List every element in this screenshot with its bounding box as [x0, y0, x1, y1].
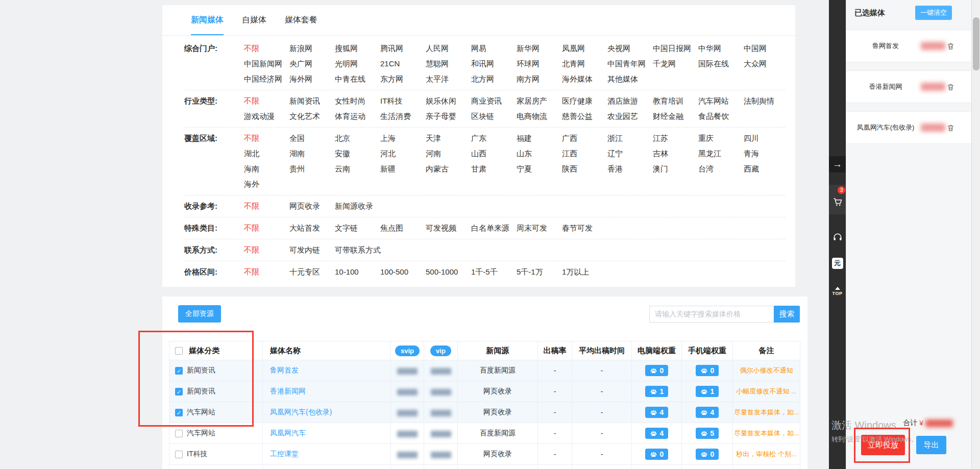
filter-option[interactable]: 不限: [244, 199, 289, 214]
row-checkbox[interactable]: [175, 409, 183, 416]
row-checkbox[interactable]: [175, 367, 183, 375]
filter-option[interactable]: 千龙网: [653, 56, 698, 71]
filter-option[interactable]: 凤凰网: [562, 41, 607, 56]
filter-option[interactable]: 黑龙江: [698, 146, 744, 161]
filter-option[interactable]: 中华网: [698, 41, 744, 56]
filter-option[interactable]: 21CN: [380, 56, 426, 71]
filter-option[interactable]: 天津: [426, 131, 471, 146]
filter-option[interactable]: 医疗健康: [562, 93, 607, 109]
media-name-link[interactable]: 凤凰网汽车: [270, 429, 306, 437]
filter-option[interactable]: 甘肃: [471, 161, 517, 177]
row-checkbox[interactable]: [175, 430, 183, 437]
filter-option[interactable]: 广西: [562, 131, 607, 146]
filter-option[interactable]: 不限: [244, 41, 289, 56]
cart-button[interactable]: 3: [829, 185, 846, 214]
filter-option[interactable]: 山东: [517, 146, 562, 161]
filter-option[interactable]: 北京: [335, 131, 380, 146]
filter-option[interactable]: 白名单来源: [471, 220, 517, 236]
filter-option[interactable]: 生活消费: [380, 109, 426, 124]
select-all-checkbox[interactable]: [175, 347, 183, 355]
search-button[interactable]: 搜索: [774, 306, 800, 323]
filter-option[interactable]: 陕西: [562, 161, 607, 177]
export-button[interactable]: 导出: [916, 436, 946, 454]
filter-option[interactable]: 中国青年网: [607, 56, 653, 71]
filter-option[interactable]: 台湾: [698, 161, 744, 177]
back-to-top-button[interactable]: TOP: [829, 283, 846, 300]
filter-option[interactable]: 区块链: [471, 109, 517, 124]
filter-option[interactable]: 文字链: [335, 220, 380, 236]
filter-option[interactable]: 十元专区: [289, 264, 335, 280]
filter-option[interactable]: 中国网: [744, 41, 789, 56]
filter-option[interactable]: 江苏: [653, 131, 698, 146]
filter-option[interactable]: 可带联系方式: [335, 242, 380, 258]
filter-option[interactable]: 大站首发: [289, 220, 335, 236]
filter-option[interactable]: 中国日报网: [653, 41, 698, 56]
filter-option[interactable]: 环球网: [517, 56, 562, 71]
clear-all-button[interactable]: 一键清空: [915, 6, 952, 20]
filter-option[interactable]: 北青网: [562, 56, 607, 71]
filter-option[interactable]: 其他媒体: [607, 71, 653, 87]
filter-option[interactable]: 海外网: [289, 71, 335, 87]
filter-option[interactable]: 北方网: [471, 71, 517, 87]
filter-option[interactable]: 和讯网: [471, 56, 517, 71]
filter-option[interactable]: 不限: [244, 242, 289, 258]
delete-item-icon[interactable]: [946, 42, 955, 51]
media-name-link[interactable]: 香港新闻网: [270, 387, 306, 395]
filter-option[interactable]: 汽车网站: [698, 93, 744, 109]
filter-option[interactable]: 中青在线: [335, 71, 380, 87]
filter-option[interactable]: 财经金融: [653, 109, 698, 124]
row-checkbox[interactable]: [175, 451, 183, 458]
filter-option[interactable]: 新疆: [380, 161, 426, 177]
filter-option[interactable]: 西藏: [744, 161, 789, 177]
filter-option[interactable]: 教育培训: [653, 93, 698, 109]
filter-option[interactable]: 100-500: [380, 264, 426, 280]
filter-option[interactable]: 家居房产: [517, 93, 562, 109]
search-input[interactable]: [649, 306, 774, 323]
filter-option[interactable]: 不限: [244, 131, 289, 146]
filter-option[interactable]: 河南: [426, 146, 471, 161]
filter-option[interactable]: 重庆: [698, 131, 744, 146]
filter-option[interactable]: 光明网: [335, 56, 380, 71]
all-resources-button[interactable]: 全部资源: [178, 305, 221, 323]
filter-option[interactable]: 法制舆情: [744, 93, 789, 109]
media-name-link[interactable]: 工控课堂: [270, 450, 299, 458]
recharge-icon[interactable]: 元: [829, 257, 846, 270]
filter-option[interactable]: 湖南: [289, 146, 335, 161]
filter-option[interactable]: 上海: [380, 131, 426, 146]
filter-option[interactable]: 不限: [244, 264, 289, 280]
filter-option[interactable]: 海南: [244, 161, 289, 177]
filter-option[interactable]: 女性时尚: [335, 93, 380, 109]
filter-option[interactable]: 1千-5千: [471, 264, 517, 280]
filter-option[interactable]: 中国经济网: [244, 71, 289, 87]
filter-option[interactable]: 青海: [744, 146, 789, 161]
filter-option[interactable]: 中国新闻网: [244, 56, 289, 71]
filter-option[interactable]: 安徽: [335, 146, 380, 161]
filter-option[interactable]: 太平洋: [426, 71, 471, 87]
filter-option[interactable]: 游戏动漫: [244, 109, 289, 124]
filter-option[interactable]: 春节可发: [562, 220, 607, 236]
filter-option[interactable]: 不限: [244, 93, 289, 109]
filter-option[interactable]: 湖北: [244, 146, 289, 161]
filter-option[interactable]: 文化艺术: [289, 109, 335, 124]
filter-option[interactable]: 腾讯网: [380, 41, 426, 56]
filter-option[interactable]: 海外: [244, 177, 289, 192]
scrollbar-thumb[interactable]: [973, 17, 979, 70]
tab-self-media[interactable]: 自媒体: [242, 5, 266, 35]
filter-option[interactable]: IT科技: [380, 93, 426, 109]
filter-option[interactable]: 5千-1万: [517, 264, 562, 280]
filter-option[interactable]: 浙江: [607, 131, 653, 146]
filter-option[interactable]: 广东: [471, 131, 517, 146]
filter-option[interactable]: 500-1000: [426, 264, 471, 280]
filter-option[interactable]: 1万以上: [562, 264, 607, 280]
delete-item-icon[interactable]: [946, 83, 955, 91]
delete-item-icon[interactable]: [946, 124, 955, 132]
filter-option[interactable]: 新闻资讯: [289, 93, 335, 109]
filter-option[interactable]: 南方网: [517, 71, 562, 87]
filter-option[interactable]: 央视网: [607, 41, 653, 56]
filter-option[interactable]: 可发视频: [426, 220, 471, 236]
filter-option[interactable]: 吉林: [653, 146, 698, 161]
filter-option[interactable]: 商业资讯: [471, 93, 517, 109]
media-name-link[interactable]: 鲁网首发: [270, 366, 299, 374]
filter-option[interactable]: 宁夏: [517, 161, 562, 177]
filter-option[interactable]: 人民网: [426, 41, 471, 56]
